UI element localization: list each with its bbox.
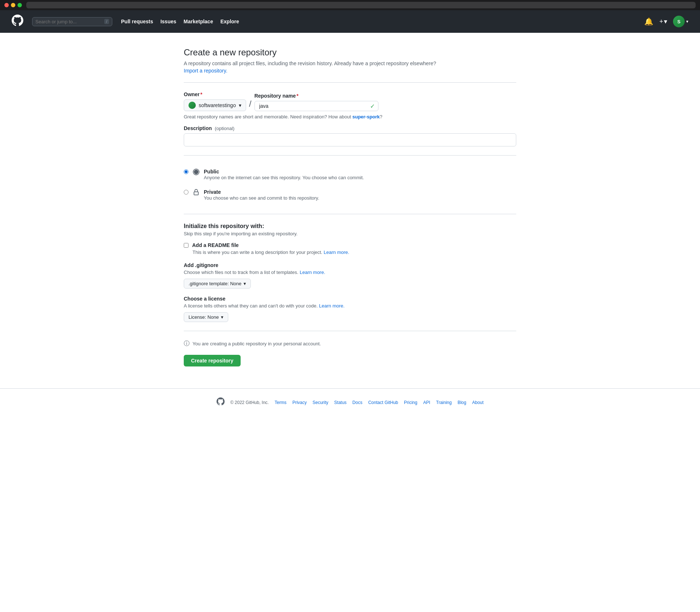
gitignore-dropdown[interactable]: .gitignore template: None ▾ xyxy=(184,279,251,289)
license-learn-link[interactable]: Learn more. xyxy=(319,303,345,309)
new-menu-button[interactable]: + ▾ xyxy=(659,17,667,26)
nav-explore[interactable]: Explore xyxy=(220,19,239,24)
private-option[interactable]: Private You choose who can see and commi… xyxy=(184,185,516,205)
owner-name: softwaretestingo xyxy=(199,102,236,108)
user-chevron-icon: ▾ xyxy=(686,19,688,24)
footer-docs-link[interactable]: Docs xyxy=(353,400,362,405)
footer-blog-link[interactable]: Blog xyxy=(458,400,466,405)
owner-chevron-icon: ▾ xyxy=(239,102,241,108)
footer-security-link[interactable]: Security xyxy=(312,400,328,405)
footer-about-link[interactable]: About xyxy=(472,400,483,405)
path-separator: / xyxy=(249,99,252,111)
license-title: Choose a license xyxy=(184,296,516,302)
readme-learn-link[interactable]: Learn more. xyxy=(324,250,349,255)
license-section: Choose a license A license tells others … xyxy=(184,296,516,322)
user-menu[interactable]: S ▾ xyxy=(673,16,688,27)
info-icon: ⓘ xyxy=(184,340,190,348)
license-desc: A license tells others what they can and… xyxy=(184,303,516,309)
footer-training-link[interactable]: Training xyxy=(436,400,452,405)
private-radio[interactable] xyxy=(184,190,188,195)
license-chevron-icon: ▾ xyxy=(221,314,223,320)
footer: © 2022 GitHub, Inc. Terms Privacy Securi… xyxy=(0,388,700,416)
description-group: Description (optional) xyxy=(184,125,516,146)
owner-group: Owner* softwaretestingo ▾ xyxy=(184,91,246,111)
description-optional: (optional) xyxy=(215,126,234,131)
create-repository-button[interactable]: Create repository xyxy=(184,355,241,366)
repo-name-group: Repository name* ✓ xyxy=(254,93,378,111)
nav-pull-requests[interactable]: Pull requests xyxy=(121,19,153,24)
plus-chevron-icon: ▾ xyxy=(664,17,667,26)
name-suggestion-link[interactable]: super-spork xyxy=(352,114,380,119)
notice-text: You are creating a public repository in … xyxy=(192,341,321,346)
private-icon xyxy=(193,189,199,197)
footer-api-link[interactable]: API xyxy=(423,400,430,405)
public-radio[interactable] xyxy=(184,169,188,174)
plus-icon: + xyxy=(659,18,663,26)
github-logo[interactable] xyxy=(12,15,23,29)
divider-visibility xyxy=(184,155,516,156)
nav-marketplace[interactable]: Marketplace xyxy=(184,19,213,24)
readme-row: Add a README file xyxy=(184,242,516,248)
navbar-actions: 🔔 + ▾ S ▾ xyxy=(644,16,688,27)
traffic-lights xyxy=(4,3,22,7)
public-icon xyxy=(193,169,199,177)
gitignore-chevron-icon: ▾ xyxy=(244,281,246,286)
maximize-button[interactable] xyxy=(18,3,22,7)
readme-desc: This is where you can write a long descr… xyxy=(192,250,516,255)
license-dropdown[interactable]: License: None ▾ xyxy=(184,312,228,322)
nav-issues[interactable]: Issues xyxy=(160,19,176,24)
footer-logo xyxy=(217,397,225,408)
url-bar[interactable] xyxy=(26,2,696,8)
footer-privacy-link[interactable]: Privacy xyxy=(292,400,307,405)
init-title: Initialize this repository with: xyxy=(184,223,516,230)
titlebar xyxy=(0,0,700,10)
init-subtitle: Skip this step if you're importing an ex… xyxy=(184,231,516,236)
gitignore-section: Add .gitignore Choose which files not to… xyxy=(184,262,516,289)
footer-terms-link[interactable]: Terms xyxy=(275,400,287,405)
public-text: Public Anyone on the internet can see th… xyxy=(204,169,364,180)
footer-copyright: © 2022 GitHub, Inc. xyxy=(230,400,269,405)
readme-label: Add a README file xyxy=(192,242,239,248)
repo-name-input[interactable] xyxy=(254,101,378,111)
footer-pricing-link[interactable]: Pricing xyxy=(404,400,417,405)
visibility-section: Public Anyone on the internet can see th… xyxy=(184,164,516,205)
repo-name-label: Repository name* xyxy=(254,93,378,99)
page-title: Create a new repository xyxy=(184,47,516,58)
owner-repo-row: Owner* softwaretestingo ▾ / Repository n… xyxy=(184,91,516,111)
avatar: S xyxy=(673,16,685,27)
name-suggestion-text: Great repository names are short and mem… xyxy=(184,114,516,119)
divider-notice xyxy=(184,331,516,331)
import-repository-link[interactable]: Import a repository. xyxy=(184,68,228,74)
readme-checkbox[interactable] xyxy=(184,243,188,248)
page-subtitle: A repository contains all project files,… xyxy=(184,60,516,66)
notifications-button[interactable]: 🔔 xyxy=(644,17,653,26)
description-input[interactable] xyxy=(184,133,516,146)
main-content: Create a new repository A repository con… xyxy=(175,33,525,388)
gitignore-desc: Choose which files not to track from a l… xyxy=(184,270,516,275)
search-bar[interactable]: / xyxy=(32,17,112,26)
main-nav: Pull requests Issues Marketplace Explore xyxy=(121,19,239,24)
gitignore-learn-link[interactable]: Learn more. xyxy=(300,270,325,275)
repo-name-valid-icon: ✓ xyxy=(370,103,375,110)
owner-required: * xyxy=(201,91,202,97)
divider-init xyxy=(184,214,516,214)
owner-select[interactable]: softwaretestingo ▾ xyxy=(184,99,246,111)
footer-contact-link[interactable]: Contact GitHub xyxy=(368,400,398,405)
close-button[interactable] xyxy=(4,3,9,7)
minimize-button[interactable] xyxy=(11,3,15,7)
public-option[interactable]: Public Anyone on the internet can see th… xyxy=(184,164,516,185)
repo-name-required: * xyxy=(296,93,298,99)
public-notice: ⓘ You are creating a public repository i… xyxy=(184,340,516,348)
gitignore-title: Add .gitignore xyxy=(184,262,516,268)
slash-icon: / xyxy=(104,19,109,24)
initialize-section: Initialize this repository with: Skip th… xyxy=(184,223,516,255)
footer-links: Terms Privacy Security Status Docs Conta… xyxy=(275,400,483,405)
divider-top xyxy=(184,82,516,83)
gitignore-dropdown-label: .gitignore template: None xyxy=(188,281,241,286)
description-label: Description (optional) xyxy=(184,125,516,131)
private-text: Private You choose who can see and commi… xyxy=(204,189,319,201)
owner-avatar xyxy=(188,102,196,109)
footer-status-link[interactable]: Status xyxy=(334,400,347,405)
repo-name-wrapper: ✓ xyxy=(254,101,378,111)
search-input[interactable] xyxy=(35,19,101,24)
